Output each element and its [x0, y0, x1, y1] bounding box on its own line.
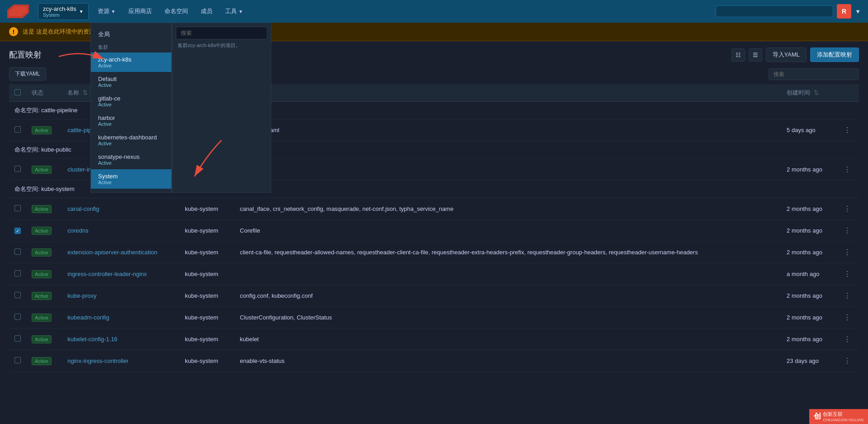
user-avatar[interactable]: R: [837, 4, 851, 19]
row-name-cell: canal-config: [62, 198, 179, 220]
row-menu-button[interactable]: ⋮: [841, 246, 854, 258]
row-menu-button[interactable]: ⋮: [841, 124, 854, 136]
row-created-value: 2 months ago: [787, 166, 822, 173]
row-keys-cell: enable-vts-status: [235, 350, 782, 372]
cluster-selector[interactable]: zcy-arch-k8s System ▼: [38, 3, 89, 20]
dropdown-global[interactable]: 全局: [91, 27, 171, 42]
row-checkbox[interactable]: [14, 357, 21, 363]
row-status-cell: Active: [26, 285, 62, 307]
grid-view-btn[interactable]: ☷: [731, 48, 745, 62]
row-name-link[interactable]: nginx-ingress-controller: [67, 357, 128, 364]
row-name-link[interactable]: extension-apiserver-authentication: [67, 249, 157, 256]
row-checkbox[interactable]: [14, 205, 21, 211]
row-status-cell: Active: [26, 263, 62, 285]
nav-item-resources[interactable]: 资源 ▼: [92, 5, 121, 18]
global-search-input[interactable]: [716, 5, 833, 17]
row-checkbox[interactable]: [14, 270, 21, 276]
nav-item-tools[interactable]: 工具 ▼: [220, 5, 249, 18]
cluster-search-input[interactable]: [176, 27, 267, 39]
row-keys-cell: [235, 263, 782, 285]
nav-item-appstore[interactable]: 应用商店: [123, 5, 157, 18]
row-name-link[interactable]: kubeadm-config: [67, 314, 109, 321]
cluster-name: zcy-arch-k8s: [43, 5, 76, 12]
row-checkbox[interactable]: [14, 314, 21, 320]
row-menu-button[interactable]: ⋮: [841, 290, 854, 302]
watermark-main: 创新互联: [823, 411, 863, 418]
row-checkbox-cell: [9, 119, 26, 141]
col-status-label: 状态: [32, 89, 43, 96]
dropdown-item-system[interactable]: System Active: [91, 169, 171, 189]
row-name-link[interactable]: canal-config: [67, 205, 99, 212]
dropdown-item-2-name: gitlab-ce: [98, 95, 164, 102]
row-checkbox[interactable]: [14, 166, 21, 172]
row-checkbox[interactable]: [14, 335, 21, 342]
row-namespace-value: kube-system: [185, 292, 218, 299]
row-name-link[interactable]: kube-proxy: [67, 292, 96, 299]
dropdown-item-gitlab-ce[interactable]: gitlab-ce Active: [91, 91, 171, 111]
dropdown-right-panel: 集群zcy-arch-k8s中的项目。: [172, 23, 271, 193]
row-created-cell: 23 days ago: [781, 350, 835, 372]
download-yaml-btn[interactable]: 下载YAML: [9, 67, 46, 81]
table-search-input[interactable]: [769, 68, 859, 80]
dropdown-item-harbor[interactable]: harbor Active: [91, 111, 171, 130]
nav-item-members[interactable]: 成员: [195, 5, 218, 18]
dropdown-item-k8s-dashboard[interactable]: kubernetes-dashboard Active: [91, 130, 171, 150]
row-keys-cell: client-ca-file, requestheader-allowed-na…: [235, 242, 782, 263]
status-badge: Active: [32, 166, 52, 174]
row-created-cell: 5 days ago: [781, 119, 835, 141]
row-menu-button[interactable]: ⋮: [841, 355, 854, 367]
row-checkbox[interactable]: [14, 292, 21, 298]
row-namespace-value: kube-system: [185, 336, 218, 343]
nav-expand-btn[interactable]: ▼: [855, 8, 861, 15]
row-name-cell: kubelet-config-1.16: [62, 329, 179, 350]
top-nav: zcy-arch-k8s System ▼ 资源 ▼ 应用商店 命名空间 成员 …: [0, 0, 868, 23]
dropdown-item-default[interactable]: Default Active: [91, 72, 171, 91]
dropdown-item-0-name: zcy-arch-k8s: [98, 56, 164, 63]
row-created-cell: 2 months ago: [781, 285, 835, 307]
add-configmap-btn[interactable]: 添加配置映射: [810, 48, 859, 62]
row-checkbox[interactable]: [14, 248, 21, 255]
created-sort-icon[interactable]: ⇅: [814, 89, 819, 96]
cluster-hint: 集群zcy-arch-k8s中的项目。: [176, 39, 267, 50]
row-menu-button[interactable]: ⋮: [841, 224, 854, 237]
row-created-value: a month ago: [787, 271, 819, 277]
nav-items: 资源 ▼ 应用商店 命名空间 成员 工具 ▼: [92, 5, 249, 18]
row-menu-button[interactable]: ⋮: [841, 311, 854, 324]
row-status-cell: Active: [26, 307, 62, 329]
list-view-btn[interactable]: ☰: [749, 48, 762, 62]
dropdown-item-5-status: Active: [98, 160, 164, 166]
row-keys-cell: kubeconfig: [235, 159, 782, 181]
row-namespace-cell: kube-system: [179, 350, 235, 372]
row-menu-button[interactable]: ⋮: [841, 203, 854, 215]
row-action-cell: ⋮: [835, 307, 859, 329]
row-menu-button[interactable]: ⋮: [841, 268, 854, 280]
row-name-link[interactable]: kubelet-config-1.16: [67, 336, 118, 343]
row-checkbox-cell: [9, 220, 26, 242]
avatar-initial: R: [842, 8, 846, 15]
row-checkbox[interactable]: [14, 126, 21, 133]
status-badge: Active: [32, 335, 52, 343]
row-name-link[interactable]: coredns: [67, 227, 88, 234]
nav-item-namespace[interactable]: 命名空间: [159, 5, 193, 18]
toolbar-right: [769, 68, 859, 80]
row-name-link[interactable]: ingress-controller-leader-nginx: [67, 271, 147, 277]
row-checkbox[interactable]: [14, 228, 21, 234]
name-sort-icon[interactable]: ⇅: [83, 89, 88, 96]
row-keys-value: enable-vts-status: [240, 357, 285, 364]
import-yaml-btn[interactable]: 导入YAML: [766, 48, 807, 62]
nav-tools-chevron: ▼: [239, 9, 243, 14]
row-menu-button[interactable]: ⋮: [841, 333, 854, 345]
dropdown-item-zcy-arch-k8s[interactable]: zcy-arch-k8s Active: [91, 52, 171, 72]
dropdown-item-sonatype-nexus[interactable]: sonatype-nexus Active: [91, 150, 171, 169]
status-badge: Active: [32, 357, 52, 365]
table-row: Active kube-proxy kube-system config.con…: [9, 285, 859, 307]
row-menu-button[interactable]: ⋮: [841, 163, 854, 176]
select-all-checkbox[interactable]: [14, 89, 21, 95]
warning-icon: !: [9, 27, 18, 36]
status-badge: Active: [32, 292, 52, 300]
status-badge: Active: [32, 205, 52, 213]
row-status-cell: Active: [26, 159, 62, 181]
row-keys-value: Corefile: [240, 227, 260, 234]
row-namespace-value: kube-system: [185, 271, 218, 277]
dropdown-item-5-name: sonatype-nexus: [98, 153, 164, 160]
